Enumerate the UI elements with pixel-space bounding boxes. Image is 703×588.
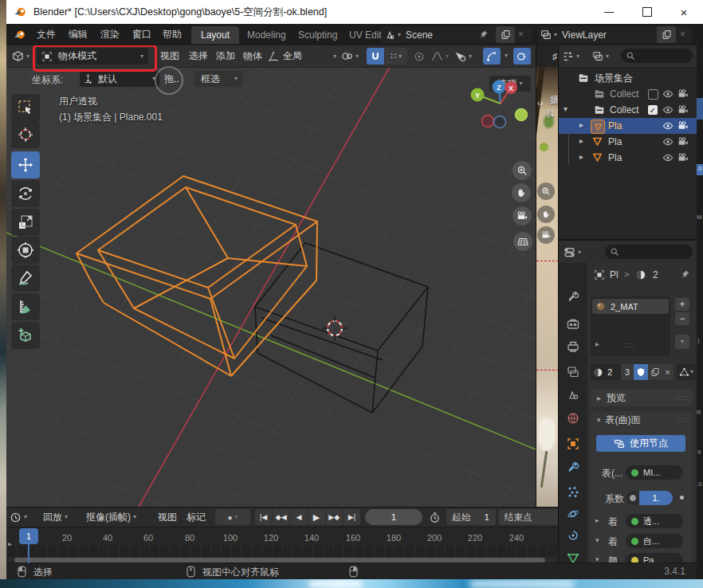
- outliner-row-collection[interactable]: ▾ Collect ✓: [559, 102, 697, 118]
- include-checkbox[interactable]: ✓: [648, 105, 658, 115]
- prev-keyframe-button[interactable]: ◆◀: [273, 509, 290, 525]
- tab-object[interactable]: [559, 433, 587, 454]
- close-button[interactable]: ×: [667, 0, 701, 24]
- hide-eye-icon[interactable]: [662, 152, 674, 163]
- play-reverse-button[interactable]: ◀: [290, 509, 308, 525]
- surface-shader-input[interactable]: MI...: [626, 465, 683, 480]
- select-box-dropdown[interactable]: 框选 ▾: [194, 71, 242, 87]
- material-browse[interactable]: 2: [591, 364, 621, 380]
- menu-object[interactable]: 物体: [239, 45, 266, 67]
- factor-slider[interactable]: 1.: [639, 491, 673, 505]
- properties-search[interactable]: [605, 245, 693, 259]
- filter-dropdown[interactable]: ▾: [592, 49, 609, 64]
- pivot-point-button[interactable]: ▾: [341, 48, 359, 65]
- outliner-row-plane[interactable]: ▸ Pla: [559, 134, 697, 150]
- overlays-toggle[interactable]: [513, 48, 531, 65]
- tab-modifiers[interactable]: [559, 457, 587, 478]
- tool-transform[interactable]: [11, 237, 40, 264]
- menu-add[interactable]: 添加: [212, 45, 239, 67]
- tool-measure[interactable]: [11, 293, 40, 320]
- factor-socket[interactable]: [626, 491, 639, 505]
- strip-resize-handle[interactable]: ‹ ›: [537, 99, 542, 108]
- strip-camera-button[interactable]: [537, 226, 555, 244]
- view-layer-remove-button[interactable]: ×: [680, 29, 685, 40]
- hide-eye-icon[interactable]: [662, 104, 674, 116]
- navigation-gizmo[interactable]: Z X Y: [453, 69, 536, 143]
- shader1-input[interactable]: 透...: [626, 514, 683, 528]
- scene-unlink-button[interactable]: ×: [518, 29, 524, 40]
- xray-toggle[interactable]: ♯: [552, 51, 557, 62]
- current-frame-field[interactable]: 1: [365, 509, 422, 525]
- hide-eye-icon[interactable]: [662, 88, 674, 100]
- scene-new-copy-button[interactable]: [496, 26, 515, 43]
- hide-eye-icon[interactable]: [662, 120, 674, 131]
- tab-view-layer[interactable]: [559, 362, 587, 382]
- panel-grip[interactable]: ::::: [677, 394, 688, 402]
- expand-caret-icon[interactable]: ▾: [595, 536, 599, 544]
- keying-menu[interactable]: 抠像(插帧)▾: [86, 509, 136, 525]
- panel-grip[interactable]: ::::: [677, 416, 688, 424]
- breadcrumb-material[interactable]: 2: [653, 269, 658, 280]
- tab-render[interactable]: [559, 314, 587, 335]
- snap-with-dropdown[interactable]: ∷ ▾: [385, 48, 407, 65]
- menu-help[interactable]: 帮助: [158, 24, 187, 45]
- auto-keying-group[interactable]: ● ▾: [215, 509, 250, 525]
- tab-sculpting[interactable]: Sculpting: [290, 26, 345, 44]
- tool-select-box[interactable]: [11, 94, 40, 121]
- tab-particles[interactable]: [559, 481, 587, 502]
- tab-world[interactable]: [559, 408, 587, 429]
- material-copy-button[interactable]: [648, 364, 662, 380]
- menu-view[interactable]: 视图: [156, 45, 183, 67]
- expand-caret-icon[interactable]: ▸: [579, 152, 583, 161]
- snap-toggle[interactable]: [367, 48, 384, 65]
- timeline-ruler[interactable]: 20 40 60 80 100 120 140 160 180 200 220 …: [6, 527, 558, 547]
- use-nodes-button[interactable]: 使用节点: [596, 435, 685, 452]
- timeline-editor-dropdown[interactable]: ▾: [10, 509, 27, 525]
- markers-menu[interactable]: 标记: [187, 509, 206, 525]
- menu-window[interactable]: 窗口: [128, 24, 156, 45]
- playhead-line[interactable]: [28, 544, 29, 563]
- camera-view-button[interactable]: [513, 206, 532, 225]
- menu-edit[interactable]: 编辑: [64, 24, 92, 45]
- blender-menu-logo-icon[interactable]: [13, 28, 26, 41]
- add-slot-button[interactable]: +: [675, 298, 689, 311]
- editor-type-button[interactable]: ▾: [10, 48, 32, 65]
- remove-slot-button[interactable]: −: [675, 312, 689, 325]
- gizmos-toggle[interactable]: [483, 48, 501, 65]
- ortho-toggle-button[interactable]: [513, 232, 532, 251]
- breadcrumb-object[interactable]: Pl: [610, 269, 619, 280]
- strip-pan-button[interactable]: [537, 206, 555, 223]
- tab-object-data[interactable]: [559, 548, 587, 564]
- material-unlink-button[interactable]: ×: [662, 364, 674, 380]
- tool-cursor[interactable]: [11, 121, 40, 148]
- tab-modeling[interactable]: Modeling: [239, 26, 294, 44]
- view-menu[interactable]: 视图: [158, 509, 177, 525]
- render-visibility-icon[interactable]: [677, 88, 689, 100]
- expand-caret-icon[interactable]: ▸: [579, 120, 583, 129]
- pin-icon[interactable]: [478, 29, 489, 40]
- frame-start-field[interactable]: 起始 1: [446, 509, 496, 525]
- mode-dropdown[interactable]: 物体模式 ▾: [37, 48, 148, 65]
- tool-annotate[interactable]: [11, 265, 40, 292]
- node-tree-dropdown[interactable]: ▾: [677, 364, 696, 380]
- tab-layout[interactable]: Layout: [191, 26, 239, 44]
- minimize-button[interactable]: —: [592, 0, 626, 24]
- menu-select[interactable]: 选择: [185, 45, 212, 67]
- frame-end-field[interactable]: 结束点: [499, 509, 558, 525]
- shader2-input[interactable]: 自...: [626, 534, 683, 548]
- menu-file[interactable]: 文件: [32, 24, 61, 45]
- outliner-row-plane-selected[interactable]: ▸ Pla: [559, 118, 697, 134]
- outliner-search[interactable]: [621, 49, 693, 63]
- expand-caret-icon[interactable]: ▸: [579, 136, 583, 145]
- tab-tool[interactable]: [559, 287, 587, 308]
- animate-decorator[interactable]: [680, 496, 684, 500]
- hide-eye-icon[interactable]: [662, 136, 674, 147]
- tab-scene[interactable]: [559, 384, 587, 405]
- collapse-caret-icon[interactable]: ▸: [595, 516, 599, 524]
- current-frame-marker[interactable]: 1: [19, 528, 38, 544]
- strip-zoom-button[interactable]: [537, 182, 555, 200]
- tab-constraints[interactable]: [559, 526, 587, 547]
- view-layer-copy-button[interactable]: [657, 26, 676, 43]
- jump-to-end-button[interactable]: ▶|: [344, 509, 360, 525]
- render-visibility-icon[interactable]: [677, 136, 689, 147]
